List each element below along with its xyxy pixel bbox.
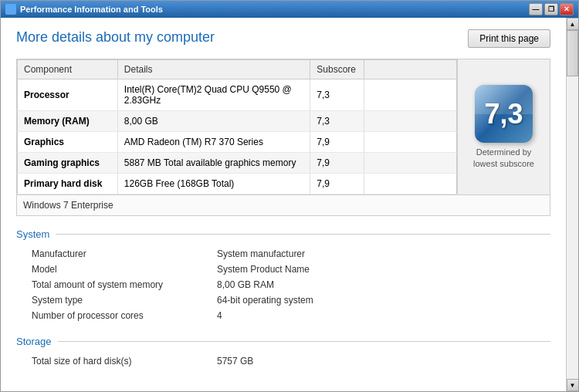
score-label: Determined by lowest subscore — [464, 147, 543, 169]
scroll-track[interactable] — [567, 30, 578, 379]
content-area: More details about my computer Print thi… — [1, 18, 578, 391]
page-header: More details about my computer Print thi… — [16, 29, 550, 48]
cell-subscore: 7,9 — [310, 153, 364, 174]
info-label: System type — [32, 295, 217, 306]
section-storage-content: Total size of hard disk(s)5757 GB — [16, 353, 550, 369]
window-icon — [5, 4, 16, 15]
info-label: Model — [32, 264, 217, 275]
cell-basescore — [364, 174, 457, 194]
table-main: Component Details Subscore ProcessorInte… — [17, 59, 457, 194]
main-content: More details about my computer Print thi… — [1, 18, 566, 391]
os-row: Windows 7 Enterprise — [16, 195, 550, 216]
score-badge-container: 7,3 Determined by lowest subscore — [458, 79, 550, 175]
cell-component: Gaming graphics — [18, 153, 118, 174]
performance-table: Component Details Subscore ProcessorInte… — [17, 59, 457, 194]
score-badge: 7,3 — [475, 85, 533, 143]
cell-basescore — [364, 153, 457, 174]
info-value: System Product Name — [217, 264, 310, 275]
component-name: Processor — [24, 90, 69, 100]
cell-basescore — [364, 79, 457, 111]
section-system-content: ManufacturerSystem manufacturerModelSyst… — [16, 246, 550, 323]
section-storage-line — [58, 341, 550, 342]
header-component: Component — [18, 60, 118, 79]
table-row: Gaming graphics5887 MB Total available g… — [18, 153, 457, 174]
info-row: Number of processor cores4 — [32, 308, 535, 323]
cell-details: AMD Radeon (TM) R7 370 Series — [117, 132, 310, 153]
performance-table-wrapper: Component Details Subscore ProcessorInte… — [16, 59, 550, 195]
info-row: System type64-bit operating system — [32, 292, 535, 308]
info-row: Total amount of system memory8,00 GB RAM — [32, 277, 535, 292]
component-name: Primary hard disk — [24, 178, 102, 189]
page-title: More details about my computer — [16, 29, 215, 46]
cell-component: Primary hard disk — [18, 174, 118, 194]
scrollbar[interactable]: ▲ ▼ — [566, 18, 578, 391]
minimize-button[interactable]: — — [529, 3, 543, 15]
component-name: Gaming graphics — [24, 157, 100, 168]
scroll-down-button[interactable]: ▼ — [567, 379, 579, 391]
table-row: ProcessorIntel(R) Core(TM)2 Quad CPU Q95… — [18, 79, 457, 111]
scroll-up-button[interactable]: ▲ — [567, 18, 579, 30]
close-button[interactable]: ✕ — [560, 3, 574, 15]
cell-subscore: 7,3 — [310, 111, 364, 132]
scroll-thumb[interactable] — [567, 30, 578, 76]
cell-component: Memory (RAM) — [18, 111, 118, 132]
info-row: ManufacturerSystem manufacturer — [32, 246, 535, 262]
cell-subscore: 7,3 — [310, 79, 364, 111]
section-storage-title: Storage — [16, 336, 52, 347]
score-value: 7,3 — [484, 98, 523, 130]
cell-details: Intel(R) Core(TM)2 Quad CPU Q9550 @ 2.83… — [117, 79, 310, 111]
section-system-title: System — [16, 228, 49, 240]
info-value: 64-bit operating system — [217, 295, 313, 306]
header-details: Details — [117, 60, 310, 79]
header-subscore: Subscore — [310, 60, 364, 79]
info-row: ModelSystem Product Name — [32, 262, 535, 277]
info-label: Number of processor cores — [32, 310, 217, 321]
info-label: Manufacturer — [32, 248, 217, 259]
cell-subscore: 7,9 — [310, 174, 364, 194]
print-button[interactable]: Print this page — [468, 29, 550, 48]
title-bar: Performance Information and Tools — ❐ ✕ — [1, 1, 578, 18]
section-system: System ManufacturerSystem manufacturerMo… — [16, 228, 550, 323]
table-row: GraphicsAMD Radeon (TM) R7 370 Series7,9 — [18, 132, 457, 153]
section-system-header: System — [16, 228, 550, 240]
cell-subscore: 7,9 — [310, 132, 364, 153]
info-label: Total amount of system memory — [32, 279, 217, 290]
window-controls: — ❐ ✕ — [529, 3, 574, 15]
cell-component: Processor — [18, 79, 118, 111]
info-value: 8,00 GB RAM — [217, 279, 274, 290]
component-name: Graphics — [24, 137, 64, 147]
info-row: Total size of hard disk(s)5757 GB — [32, 353, 535, 369]
restore-button[interactable]: ❐ — [544, 3, 558, 15]
cell-basescore — [364, 111, 457, 132]
section-storage: Storage Total size of hard disk(s)5757 G… — [16, 336, 550, 369]
info-value: 4 — [217, 310, 222, 321]
info-value: System manufacturer — [217, 248, 305, 259]
table-row: Primary hard disk126GB Free (168GB Total… — [18, 174, 457, 194]
cell-details: 5887 MB Total available graphics memory — [117, 153, 310, 174]
section-storage-header: Storage — [16, 336, 550, 347]
section-system-line — [56, 234, 550, 235]
cell-details: 126GB Free (168GB Total) — [117, 174, 310, 194]
cell-details: 8,00 GB — [117, 111, 310, 132]
cell-component: Graphics — [18, 132, 118, 153]
info-value: 5757 GB — [217, 356, 253, 367]
cell-basescore — [364, 132, 457, 153]
header-basescore — [364, 60, 457, 79]
main-window: Performance Information and Tools — ❐ ✕ … — [0, 0, 579, 392]
score-badge-panel: 7,3 Determined by lowest subscore — [457, 59, 550, 194]
window-title: Performance Information and Tools — [20, 5, 529, 14]
info-label: Total size of hard disk(s) — [32, 356, 217, 367]
table-row: Memory (RAM)8,00 GB7,3 — [18, 111, 457, 132]
component-name: Memory (RAM) — [24, 116, 90, 127]
